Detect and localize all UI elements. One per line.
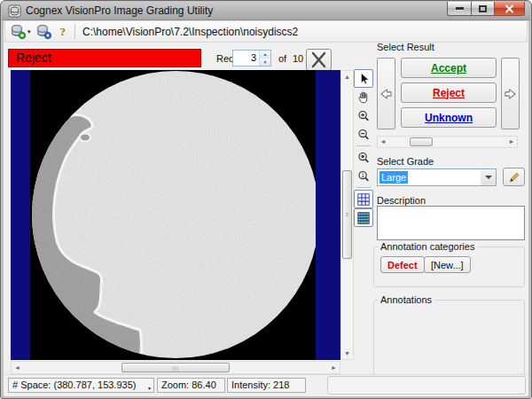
record-position-scrollbar[interactable]: ◄ ► (377, 136, 518, 148)
grade-selected-value: Large (379, 171, 408, 184)
close-button[interactable] (495, 2, 525, 16)
zoom-region-tool-button[interactable] (354, 148, 373, 167)
image-toolstrip: 1 (354, 69, 374, 227)
pointer-icon (356, 71, 371, 86)
help-icon[interactable]: ? (60, 25, 66, 39)
zoom-out-icon (356, 127, 371, 142)
minimize-icon (456, 7, 464, 10)
hand-icon (356, 90, 371, 105)
annotation-categories-group: Annotation categories Defect [New...] (373, 246, 525, 287)
scroll-down-icon[interactable]: ▼ (341, 348, 353, 359)
app-icon (8, 4, 21, 18)
grade-combobox[interactable]: Large (377, 168, 497, 186)
disc-image (30, 70, 316, 360)
maximize-icon (479, 5, 487, 12)
zoom-region-icon (356, 150, 371, 165)
scroll-right-icon[interactable]: ► (506, 137, 517, 147)
image-canvas[interactable] (30, 70, 316, 360)
pointer-tool-button[interactable] (354, 69, 373, 88)
record-spinbox[interactable]: 3 ▲ ▼ (232, 50, 271, 66)
chevron-down-icon (485, 176, 492, 179)
pixel-grid-icon (356, 211, 371, 225)
arrow-left-icon (379, 85, 394, 103)
annotation-categories-label: Annotation categories (378, 241, 477, 252)
thumb-grip: ≡ (346, 212, 349, 217)
description-textbox[interactable] (377, 206, 525, 240)
combobox-dropdown-button[interactable] (481, 169, 496, 185)
zoom-in-tool-button[interactable] (354, 106, 373, 125)
main-toolbar: ▾ ? C:\home\VisionPro\7.2\Inspection\noi… (4, 20, 528, 43)
next-record-button[interactable] (501, 58, 520, 129)
scroll-right-icon[interactable]: ► (328, 362, 340, 373)
horizontal-scroll-thumb[interactable]: ||| (121, 363, 230, 372)
maximize-button[interactable] (472, 2, 495, 16)
pencil-icon (508, 171, 520, 184)
delete-record-button[interactable] (306, 49, 332, 71)
record-spin-up-icon[interactable]: ▲ (260, 51, 270, 59)
result-banner: Reject (8, 49, 201, 67)
pan-tool-button[interactable] (354, 88, 373, 106)
status-empty-panel (327, 376, 526, 395)
space-status[interactable]: # Space: (380.787, 153.935) ▾ (8, 378, 154, 393)
description-label: Description (377, 195, 426, 206)
image-horizontal-scrollbar[interactable]: ◄ ||| ► (11, 361, 340, 374)
vertical-scroll-thumb[interactable]: ≡ (342, 170, 352, 259)
edit-grade-button[interactable] (503, 168, 525, 186)
accept-button[interactable]: Accept (401, 58, 497, 78)
record-of-label: of (278, 53, 286, 64)
record-value[interactable]: 3 (233, 51, 259, 66)
space-dropdown-icon[interactable]: ▾ (148, 382, 151, 393)
thumb-grip: ||| (172, 365, 179, 371)
space-coordinates: # Space: (380.787, 153.935) (12, 379, 136, 390)
window-title: Cognex VisionPro Image Grading Utility (26, 4, 213, 17)
grid-icon (356, 192, 371, 207)
annotations-label: Annotations (378, 294, 434, 305)
pixel-grid-tool-button[interactable] (354, 208, 373, 227)
title-bar[interactable]: Cognex VisionPro Image Grading Utility (2, 2, 530, 20)
status-bar: # Space: (380.787, 153.935) ▾ Zoom: 86.4… (4, 374, 528, 396)
toolstrip-separator (356, 187, 371, 188)
scroll-up-icon[interactable]: ▲ (341, 71, 353, 82)
svg-text:1: 1 (361, 172, 364, 178)
grid-tool-button[interactable] (354, 190, 373, 208)
select-grade-label: Select Grade (377, 156, 434, 167)
annotations-group: Annotations (373, 300, 525, 384)
arrow-right-icon (503, 85, 518, 103)
close-icon (505, 4, 514, 13)
select-result-label: Select Result (377, 42, 434, 52)
toolbar-separator (74, 24, 75, 39)
intensity-status: Intensity: 218 (227, 378, 306, 393)
scroll-left-icon[interactable]: ◄ (378, 137, 388, 147)
image-viewport[interactable] (11, 70, 340, 360)
toolstrip-separator (356, 145, 371, 146)
zoom-out-tool-button[interactable] (354, 125, 373, 144)
zoom-status: Zoom: 86.40 % (157, 378, 225, 393)
defect-category-button[interactable]: Defect (380, 256, 425, 273)
database-config-icon[interactable] (36, 24, 51, 39)
image-vertical-scrollbar[interactable]: ▲ ≡ ▼ (340, 70, 354, 360)
zoom-in-icon (356, 108, 371, 123)
reject-button[interactable]: Reject (401, 82, 497, 103)
scroll-left-icon[interactable]: ◄ (12, 362, 23, 373)
database-path: C:\home\VisionPro\7.2\Inspection\noisydi… (82, 26, 298, 38)
record-spin-down-icon[interactable]: ▼ (260, 59, 270, 66)
unknown-button[interactable]: Unknown (401, 107, 497, 128)
record-position-thumb[interactable] (410, 137, 433, 146)
database-dropdown-caret[interactable]: ▾ (27, 28, 31, 35)
app-window: Cognex VisionPro Image Grading Utility ▾ (0, 0, 532, 399)
zoom-actual-tool-button[interactable]: 1 (354, 167, 373, 185)
database-add-icon[interactable] (11, 24, 26, 39)
new-category-button[interactable]: [New...] (424, 256, 471, 273)
delete-x-icon (307, 50, 331, 70)
record-total: 10 (293, 53, 303, 64)
zoom-actual-icon: 1 (356, 168, 371, 184)
minimize-button[interactable] (447, 2, 472, 16)
previous-record-button[interactable] (377, 58, 395, 129)
